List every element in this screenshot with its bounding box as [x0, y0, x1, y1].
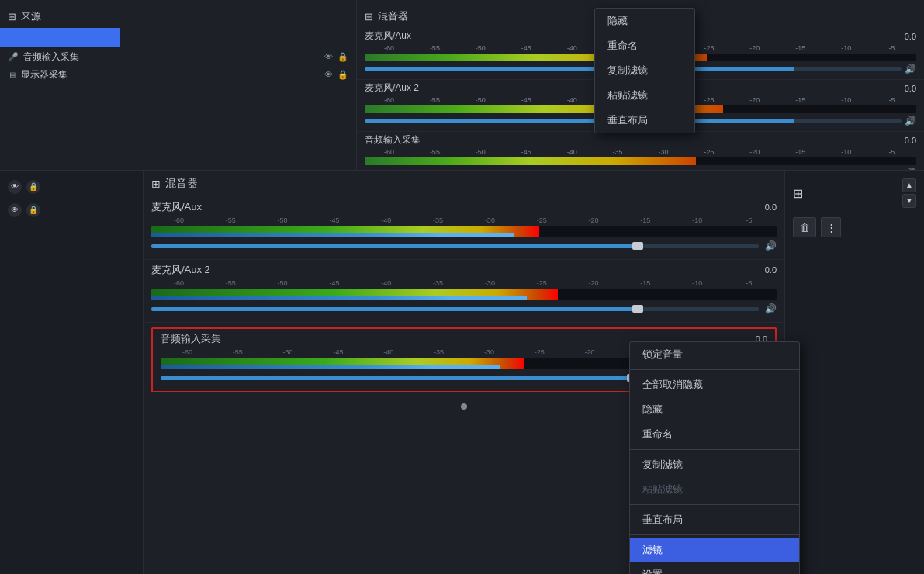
display-icon: 🖥 [8, 71, 16, 80]
volume-slider-aux-bottom[interactable] [151, 244, 759, 248]
ctx-sep-1 [630, 369, 799, 370]
ctx-vertical-layout[interactable]: 垂直布局 [630, 507, 799, 532]
eye-icon-display[interactable]: 👁 [324, 70, 333, 80]
ctx-top-copy-filter[interactable]: 复制滤镜 [595, 58, 694, 83]
lock-icon-bottom-2[interactable]: 🔒 [26, 203, 40, 217]
eye-icon-bottom-2[interactable]: 👁 [8, 203, 22, 217]
channel-aux2-db-top: 0.0 [905, 84, 916, 93]
arrow-down-btn[interactable]: ▼ [902, 194, 916, 208]
ctx-hide[interactable]: 隐藏 [630, 397, 799, 422]
channel-aux2-bottom: 麦克风/Aux 2 0.0 -60-55-50-45-40-35-30-25-2… [144, 260, 784, 323]
context-menu-bottom: 锁定音量 全部取消隐藏 隐藏 重命名 复制滤镜 粘贴滤镜 垂直布局 滤镜 设置 … [629, 341, 800, 574]
ctx-lock-volume[interactable]: 锁定音量 [630, 342, 799, 367]
ctx-top-rename[interactable]: 重命名 [595, 33, 694, 58]
bottom-panel: 👁 🔒 👁 🔒 ⊞ 混音器 麦克风/Aux 0.0 -60-55-50-45-4… [0, 171, 924, 574]
vol-icon-aux2-top[interactable]: 🔊 [905, 116, 916, 126]
channel-aux2-name-top: 麦克风/Aux 2 [365, 81, 419, 95]
ctx-sep-4 [630, 534, 799, 535]
left-area-bottom: 👁 🔒 👁 🔒 [0, 171, 144, 574]
context-menu-top: 隐藏 重命名 复制滤镜 粘贴滤镜 垂直布局 [594, 8, 695, 133]
mixer-title-bar: ⊞ 混音器 [144, 177, 784, 197]
source-panel-header: ⊞ 来源 [0, 6, 356, 28]
microphone-icon: 🎤 [8, 52, 19, 62]
eye-icon-bottom-1[interactable]: 👁 [8, 180, 22, 194]
scroll-indicator [461, 403, 467, 410]
ctx-top-hide[interactable]: 隐藏 [595, 9, 694, 33]
arrow-up-btn[interactable]: ▲ [902, 178, 916, 192]
source-display-label: 显示器采集 [21, 68, 320, 81]
ctx-copy-filter[interactable]: 复制滤镜 [630, 452, 799, 477]
lock-icon-bottom-1[interactable]: 🔒 [26, 180, 40, 194]
meter-bar-aux2-bottom [151, 289, 777, 300]
source-panel-icon: ⊞ [8, 11, 16, 22]
top-panel: ⊞ 来源 🎤 音频输入采集 👁 🔒 🖥 显示器采集 👁 🔒 ⊞ 混音器 [0, 0, 924, 171]
ctx-top-vertical[interactable]: 垂直布局 [595, 108, 694, 133]
channel-aux-name-top: 麦克风/Aux [365, 29, 411, 43]
right-panel-header: ⊞ ▲ ▼ [785, 175, 924, 214]
source-item-audio[interactable]: 🎤 音频输入采集 👁 🔒 [0, 48, 356, 66]
vol-icon-aux-top[interactable]: 🔊 [905, 64, 916, 74]
source-item-display[interactable]: 🖥 显示器采集 👁 🔒 [0, 66, 356, 84]
ctx-paste-filter: 粘贴滤镜 [630, 477, 799, 502]
selected-source-bar[interactable] [0, 28, 120, 47]
ctx-rename[interactable]: 重命名 [630, 422, 799, 447]
ctx-top-paste-filter[interactable]: 粘贴滤镜 [595, 83, 694, 108]
ctx-sep-3 [630, 504, 799, 505]
channel-aux2-name-bottom: 麦克风/Aux 2 [151, 263, 210, 277]
vol-icon-aux-bottom[interactable]: 🔊 [765, 240, 777, 251]
mixer-panel-top-icon: ⊞ [365, 11, 373, 22]
mixer-panel-icon-bottom: ⊞ [151, 178, 161, 190]
channel-aux-bottom: 麦克风/Aux 0.0 -60-55-50-45-40-35-30-25-20-… [144, 197, 784, 260]
vol-icon-audioinput-top[interactable]: 🔊 [905, 168, 916, 170]
volume-slider-aux2-bottom[interactable] [151, 307, 759, 311]
right-actions: 🗑 ⋮ [785, 214, 924, 240]
channel-audioinput-name-bottom: 音频输入采集 [161, 332, 221, 346]
eye-icon-audio[interactable]: 👁 [324, 52, 333, 62]
mixer-title: 混音器 [165, 177, 198, 191]
more-options-button[interactable]: ⋮ [821, 217, 841, 237]
meter-bar-aux-bottom [151, 226, 777, 237]
mixer-panel-top-label: 混音器 [378, 9, 408, 23]
channel-aux-name-bottom: 麦克风/Aux [151, 200, 202, 214]
source-panel-label: 来源 [21, 9, 41, 23]
source-audio-label: 音频输入采集 [23, 50, 320, 64]
channel-aux-db-top: 0.0 [905, 32, 916, 41]
source-panel-top: ⊞ 来源 🎤 音频输入采集 👁 🔒 🖥 显示器采集 👁 🔒 [0, 0, 357, 170]
channel-aux-db-bottom: 0.0 [765, 202, 777, 212]
channel-aux2-db-bottom: 0.0 [765, 265, 777, 275]
ctx-unhide-all[interactable]: 全部取消隐藏 [630, 372, 799, 397]
panel-copy-icon: ⊞ [793, 186, 803, 201]
vol-icon-aux2-bottom[interactable]: 🔊 [765, 303, 777, 314]
channel-audioinput-name-top: 音频输入采集 [365, 133, 420, 147]
lock-icon-audio[interactable]: 🔒 [337, 52, 348, 62]
channel-audioinput-top: 音频输入采集 0.0 -60-55-50-45-40-35-30-25-20-1… [357, 132, 924, 170]
ctx-filter[interactable]: 滤镜 [630, 538, 799, 562]
ctx-settings[interactable]: 设置 [630, 562, 799, 574]
channel-audioinput-db-top: 0.0 [905, 136, 916, 145]
lock-icon-display[interactable]: 🔒 [337, 70, 348, 80]
ctx-sep-2 [630, 449, 799, 450]
trash-button[interactable]: 🗑 [793, 217, 816, 237]
right-panel: ⊞ ▲ ▼ 🗑 ⋮ [784, 171, 924, 574]
meter-bar-audioinput-top [365, 157, 916, 165]
